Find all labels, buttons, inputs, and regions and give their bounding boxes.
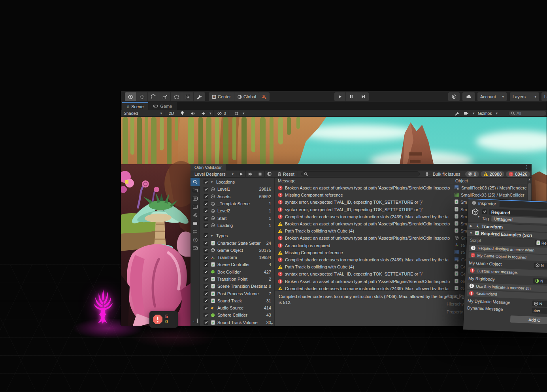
sidebar-settings-button[interactable] (191, 211, 200, 219)
collapse-panel-button[interactable]: ← (191, 317, 200, 325)
gizmos-dropdown[interactable]: Gizmos ▾ (476, 110, 500, 117)
reset-button[interactable]: Reset (274, 171, 298, 178)
profile-dropdown[interactable]: Level Designers ▾ (192, 171, 236, 178)
object-row[interactable]: SmallRock03 (25) / MeshCollider (452, 191, 527, 199)
pivot-global-button[interactable]: Global (234, 92, 259, 101)
message-row[interactable]: Path Track is colliding with Cube (4) (275, 263, 452, 270)
sidebar-list-card-button[interactable] (191, 194, 200, 203)
validator-search-input[interactable] (301, 171, 420, 176)
audio-toggle-button[interactable] (189, 110, 197, 117)
step-button[interactable] (357, 92, 369, 101)
filter-item[interactable]: #Character State Setter24 (200, 239, 274, 246)
scroll-up-icon[interactable]: ▲ (528, 178, 531, 182)
checkbox[interactable] (204, 216, 208, 221)
checkbox[interactable] (204, 223, 208, 228)
filter-item[interactable]: #Post Process Volume7 (200, 290, 274, 297)
filter-item[interactable]: Transform19934 (200, 254, 274, 261)
lighting-toggle-button[interactable] (179, 110, 186, 117)
tag-dropdown[interactable]: Untagged (491, 216, 547, 224)
object-field[interactable]: N (534, 263, 547, 269)
locations-header[interactable]: ▼Locations (200, 178, 274, 186)
checkbox[interactable] (204, 248, 208, 253)
checkbox[interactable] (204, 255, 208, 260)
layers-dropdown[interactable]: Layers ▾ (510, 92, 539, 101)
sidebar-folder-button[interactable] (191, 186, 200, 194)
checkbox[interactable] (204, 298, 208, 303)
stop-button[interactable] (255, 171, 265, 178)
custom-tool-button[interactable] (194, 92, 205, 101)
camera-dropdown[interactable]: ▾ (462, 110, 477, 117)
message-row[interactable]: Broken Asset: an asset of unknown type a… (275, 184, 452, 191)
tab-scene[interactable]: # Scene (122, 102, 148, 110)
filter-item[interactable]: Box Collider427 (200, 268, 274, 276)
scan-scenes-button[interactable] (265, 171, 274, 178)
validator-tab[interactable]: Odin Validator (191, 164, 226, 171)
filter-item[interactable]: #Sound Track Volume30 (200, 319, 274, 326)
message-row[interactable]: Compiled shader code uses too many instr… (275, 285, 452, 290)
filter-item[interactable]: #Scene Transition Destinatio8 (200, 283, 274, 290)
transform-tool-button[interactable] (182, 92, 194, 101)
sidebar-check-card-button[interactable] (191, 203, 200, 211)
filter-item[interactable]: #Transition Point2 (200, 276, 274, 283)
message-row[interactable]: Missing Component reference (275, 191, 452, 199)
object-row[interactable]: SmallRock03 (25) / MeshRendere (452, 184, 527, 191)
object-field[interactable]: N (532, 300, 547, 307)
cloud-services-button[interactable] (462, 92, 475, 101)
filter-item[interactable]: _TemplateScene1 (200, 200, 274, 207)
move-tool-button[interactable] (136, 92, 148, 101)
inspector-tab[interactable]: Inspector (468, 199, 500, 207)
filter-item[interactable]: Level21 (200, 207, 274, 214)
run-validation-button[interactable] (236, 171, 246, 178)
filter-item[interactable]: Game Object20175 (200, 247, 274, 254)
message-row[interactable]: Missing Component reference (275, 249, 452, 256)
filter-item[interactable]: Sphere Collider43 (200, 311, 274, 319)
tab-game[interactable]: Game (148, 102, 177, 110)
scene-search-input[interactable]: All (508, 111, 547, 116)
checkbox[interactable] (204, 277, 208, 281)
warning-count-badge[interactable]: 20988 (481, 171, 505, 177)
foldout-open-icon[interactable]: ▼ (470, 231, 473, 234)
sidebar-search-button[interactable] (191, 178, 200, 186)
scene-validation-badge[interactable]: 5 0 (149, 311, 178, 328)
checkbox[interactable] (204, 262, 208, 267)
view-tool-button[interactable] (125, 92, 136, 101)
error-count-badge[interactable]: 88426 (506, 171, 530, 177)
rotate-tool-button[interactable] (148, 92, 159, 101)
sidebar-help-button[interactable]: ? (191, 236, 200, 244)
version-control-button[interactable] (448, 92, 460, 101)
script-object-field[interactable]: # Re (535, 240, 547, 246)
filter-item[interactable]: Audio Source414 (200, 304, 274, 311)
filter-item[interactable]: Level129816 (200, 186, 274, 193)
message-row[interactable]: Broken Asset: an asset of unknown type a… (275, 278, 452, 285)
add-component-button[interactable]: Add C (510, 315, 547, 324)
checkbox[interactable] (204, 320, 208, 325)
message-row[interactable]: An audioclip is required (275, 242, 452, 249)
resolved-count-badge[interactable]: 0 (465, 171, 479, 177)
types-header[interactable]: ▼Types (200, 232, 274, 239)
pivot-center-button[interactable]: Center (209, 92, 234, 101)
sidebar-checklist-button[interactable] (191, 227, 200, 236)
kebab-menu-icon[interactable]: ⋮ (524, 164, 529, 170)
checkbox[interactable] (204, 306, 208, 310)
account-dropdown[interactable]: Account ▾ (477, 92, 507, 101)
checkbox[interactable] (204, 241, 208, 246)
checkbox[interactable] (204, 313, 208, 317)
bulk-fix-button[interactable]: Bulk fix issues (423, 171, 464, 178)
hidden-objects-button[interactable]: 0 (215, 110, 228, 117)
message-column-header[interactable]: Message (275, 178, 452, 184)
message-row[interactable]: syntax error, unexpected TVAL_ID, expect… (275, 270, 452, 278)
message-row[interactable]: Broken Asset: an asset of unknown type a… (275, 234, 452, 242)
message-row[interactable]: Broken Asset: an asset of unknown type a… (275, 220, 452, 227)
checkbox[interactable] (204, 208, 208, 213)
checkbox[interactable] (204, 284, 208, 289)
text-field[interactable]: 4as (532, 308, 547, 314)
object-column-header[interactable]: Object (452, 178, 527, 184)
scroll-down-icon[interactable]: ▼ (270, 322, 274, 326)
message-row[interactable]: syntax error, unexpected TVAL_ID, expect… (275, 199, 452, 206)
play-button[interactable] (334, 92, 346, 101)
checkbox[interactable] (204, 270, 208, 274)
active-checkbox[interactable] (482, 209, 487, 214)
message-row[interactable]: Path Track is colliding with Cube (4) (275, 227, 452, 234)
scene-tools-button[interactable] (453, 110, 461, 117)
foldout-closed-icon[interactable]: ▶ (470, 224, 473, 227)
